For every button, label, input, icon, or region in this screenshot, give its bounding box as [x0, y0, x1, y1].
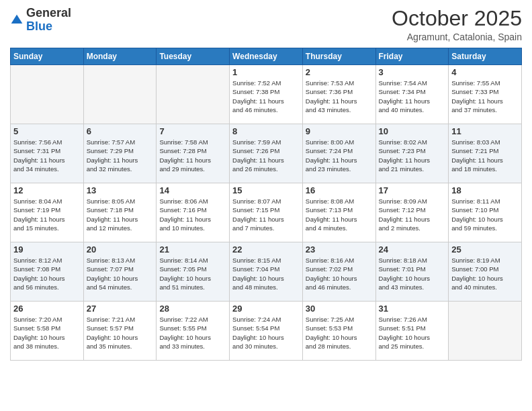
day-number: 4 [451, 67, 519, 77]
day-number: 15 [232, 185, 300, 195]
table-cell: 13Sunrise: 8:05 AMSunset: 7:18 PMDayligh… [83, 183, 157, 242]
table-cell: 20Sunrise: 8:13 AMSunset: 7:07 PMDayligh… [83, 242, 157, 302]
day-info: Sunrise: 8:19 AMSunset: 7:00 PMDaylight:… [451, 256, 519, 291]
table-cell: 25Sunrise: 8:19 AMSunset: 7:00 PMDayligh… [449, 242, 522, 302]
calendar-row: 26Sunrise: 7:20 AMSunset: 5:58 PMDayligh… [11, 302, 522, 361]
day-number: 9 [306, 126, 373, 136]
table-cell: 6Sunrise: 7:57 AMSunset: 7:29 PMDaylight… [83, 124, 157, 183]
day-info: Sunrise: 8:04 AMSunset: 7:19 PMDaylight:… [13, 197, 81, 232]
day-number: 7 [159, 126, 226, 136]
calendar-row: 1Sunrise: 7:52 AMSunset: 7:38 PMDaylight… [11, 65, 522, 124]
page: General Blue October 2025 Agramunt, Cata… [0, 0, 532, 411]
table-cell: 10Sunrise: 8:02 AMSunset: 7:23 PMDayligh… [375, 124, 449, 183]
table-cell: 5Sunrise: 7:56 AMSunset: 7:31 PMDaylight… [11, 124, 84, 183]
table-cell [83, 65, 157, 124]
col-thursday: Thursday [302, 48, 375, 65]
location-title: Agramunt, Catalonia, Spain [392, 32, 522, 42]
logo-general: General [26, 6, 71, 19]
day-info: Sunrise: 7:24 AMSunset: 5:54 PMDaylight:… [232, 315, 300, 351]
day-number: 12 [13, 185, 81, 195]
day-info: Sunrise: 8:12 AMSunset: 7:08 PMDaylight:… [13, 256, 81, 291]
table-cell: 3Sunrise: 7:54 AMSunset: 7:34 PMDaylight… [375, 65, 449, 124]
table-cell: 9Sunrise: 8:00 AMSunset: 7:24 PMDaylight… [302, 124, 375, 183]
table-cell: 18Sunrise: 8:11 AMSunset: 7:10 PMDayligh… [449, 183, 522, 242]
day-number: 28 [159, 304, 226, 314]
day-info: Sunrise: 7:26 AMSunset: 5:51 PMDaylight:… [379, 315, 446, 351]
col-monday: Monday [83, 48, 157, 65]
day-number: 26 [13, 304, 81, 314]
day-number: 1 [232, 67, 300, 77]
day-info: Sunrise: 7:59 AMSunset: 7:26 PMDaylight:… [232, 138, 300, 173]
table-cell: 15Sunrise: 8:07 AMSunset: 7:15 PMDayligh… [230, 183, 303, 242]
day-number: 10 [379, 126, 446, 136]
calendar-row: 19Sunrise: 8:12 AMSunset: 7:08 PMDayligh… [11, 242, 522, 302]
day-number: 16 [306, 185, 373, 195]
logo-icon [10, 13, 24, 27]
day-number: 18 [451, 185, 519, 195]
day-number: 17 [379, 185, 446, 195]
calendar-row: 5Sunrise: 7:56 AMSunset: 7:31 PMDaylight… [11, 124, 522, 183]
day-number: 29 [232, 304, 300, 314]
day-number: 5 [13, 126, 81, 136]
table-cell: 8Sunrise: 7:59 AMSunset: 7:26 PMDaylight… [230, 124, 303, 183]
table-cell [11, 65, 84, 124]
svg-marker-0 [11, 14, 23, 23]
table-cell: 22Sunrise: 8:15 AMSunset: 7:04 PMDayligh… [230, 242, 303, 302]
day-info: Sunrise: 7:53 AMSunset: 7:36 PMDaylight:… [306, 79, 373, 114]
day-info: Sunrise: 8:06 AMSunset: 7:16 PMDaylight:… [159, 197, 226, 232]
table-cell: 29Sunrise: 7:24 AMSunset: 5:54 PMDayligh… [230, 302, 303, 361]
day-info: Sunrise: 7:52 AMSunset: 7:38 PMDaylight:… [232, 79, 300, 114]
day-info: Sunrise: 7:58 AMSunset: 7:28 PMDaylight:… [159, 138, 226, 173]
table-cell: 17Sunrise: 8:09 AMSunset: 7:12 PMDayligh… [375, 183, 449, 242]
day-number: 24 [379, 244, 446, 255]
day-number: 3 [379, 67, 446, 77]
day-number: 11 [451, 126, 519, 136]
day-info: Sunrise: 7:57 AMSunset: 7:29 PMDaylight:… [87, 138, 154, 173]
table-cell: 26Sunrise: 7:20 AMSunset: 5:58 PMDayligh… [11, 302, 84, 361]
day-info: Sunrise: 7:20 AMSunset: 5:58 PMDaylight:… [13, 315, 81, 351]
col-tuesday: Tuesday [157, 48, 230, 65]
calendar-row: 12Sunrise: 8:04 AMSunset: 7:19 PMDayligh… [11, 183, 522, 242]
day-info: Sunrise: 7:54 AMSunset: 7:34 PMDaylight:… [379, 79, 446, 114]
day-info: Sunrise: 8:14 AMSunset: 7:05 PMDaylight:… [159, 256, 226, 291]
day-number: 25 [451, 244, 519, 255]
table-cell [449, 302, 522, 361]
day-number: 14 [159, 185, 226, 195]
table-cell: 31Sunrise: 7:26 AMSunset: 5:51 PMDayligh… [375, 302, 449, 361]
col-saturday: Saturday [449, 48, 522, 65]
day-info: Sunrise: 8:08 AMSunset: 7:13 PMDaylight:… [306, 197, 373, 232]
table-cell: 2Sunrise: 7:53 AMSunset: 7:36 PMDaylight… [302, 65, 375, 124]
day-number: 30 [306, 304, 373, 314]
title-area: October 2025 Agramunt, Catalonia, Spain [392, 7, 522, 42]
day-info: Sunrise: 7:25 AMSunset: 5:53 PMDaylight:… [306, 315, 373, 351]
table-cell: 24Sunrise: 8:18 AMSunset: 7:01 PMDayligh… [375, 242, 449, 302]
table-cell: 27Sunrise: 7:21 AMSunset: 5:57 PMDayligh… [83, 302, 157, 361]
logo-blue: Blue [26, 19, 52, 33]
table-cell: 4Sunrise: 7:55 AMSunset: 7:33 PMDaylight… [449, 65, 522, 124]
day-number: 13 [87, 185, 154, 195]
calendar-header: Sunday Monday Tuesday Wednesday Thursday… [11, 48, 522, 65]
day-number: 19 [13, 244, 81, 255]
table-cell: 16Sunrise: 8:08 AMSunset: 7:13 PMDayligh… [302, 183, 375, 242]
header: General Blue October 2025 Agramunt, Cata… [10, 7, 522, 42]
day-info: Sunrise: 8:09 AMSunset: 7:12 PMDaylight:… [379, 197, 446, 232]
day-number: 2 [306, 67, 373, 77]
table-cell: 11Sunrise: 8:03 AMSunset: 7:21 PMDayligh… [449, 124, 522, 183]
day-info: Sunrise: 7:55 AMSunset: 7:33 PMDaylight:… [451, 79, 519, 114]
day-number: 27 [87, 304, 154, 314]
table-cell: 19Sunrise: 8:12 AMSunset: 7:08 PMDayligh… [11, 242, 84, 302]
table-cell: 14Sunrise: 8:06 AMSunset: 7:16 PMDayligh… [157, 183, 230, 242]
logo-text: General Blue [26, 7, 71, 34]
col-wednesday: Wednesday [230, 48, 303, 65]
day-info: Sunrise: 8:18 AMSunset: 7:01 PMDaylight:… [379, 256, 446, 291]
calendar: Sunday Monday Tuesday Wednesday Thursday… [10, 48, 522, 361]
table-cell: 7Sunrise: 7:58 AMSunset: 7:28 PMDaylight… [157, 124, 230, 183]
day-info: Sunrise: 7:21 AMSunset: 5:57 PMDaylight:… [87, 315, 154, 351]
month-title: October 2025 [392, 7, 522, 30]
day-number: 21 [159, 244, 226, 255]
day-info: Sunrise: 8:05 AMSunset: 7:18 PMDaylight:… [87, 197, 154, 232]
day-number: 22 [232, 244, 300, 255]
col-sunday: Sunday [11, 48, 84, 65]
calendar-body: 1Sunrise: 7:52 AMSunset: 7:38 PMDaylight… [11, 65, 522, 361]
day-number: 23 [306, 244, 373, 255]
